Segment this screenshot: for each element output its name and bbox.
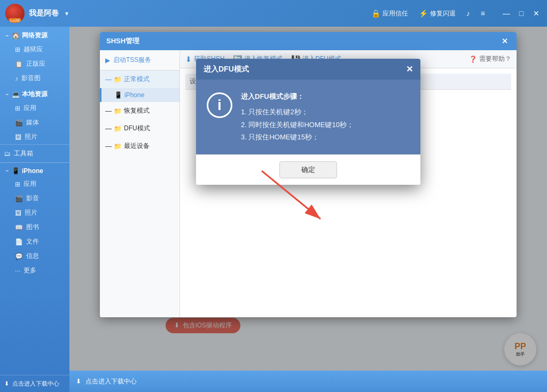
dfu-confirm-button[interactable]: 确定: [279, 161, 337, 178]
iphone-files-label: 文件: [26, 237, 39, 246]
iphone-books-label: 图书: [26, 223, 39, 232]
local-apps-label: 应用: [24, 104, 36, 113]
music-icon: ♪: [466, 9, 470, 18]
sidebar-item-media[interactable]: ♪ 影音图: [0, 71, 69, 85]
sidebar-item-toolbox[interactable]: 🗂 工具箱: [0, 144, 69, 162]
trust-label: 应用信任: [382, 9, 408, 18]
music-button[interactable]: ♪: [466, 9, 470, 18]
dfu-modal-header: 进入DFU模式 ✕: [196, 59, 420, 80]
repair-button[interactable]: ⚡ 修复闪退: [419, 9, 456, 18]
minimize-button[interactable]: —: [501, 9, 512, 18]
trust-button[interactable]: 🔒 应用信任: [371, 9, 408, 18]
sidebar-item-iphone-more[interactable]: ··· 更多: [0, 263, 69, 278]
download-bar-icon: ⬇: [76, 378, 81, 385]
local-photos-icon: 🖼: [15, 134, 21, 141]
dfu-modal-body: i 进入DFU模式步骤： 1. 只按住关机键2秒； 2. 同时按住关机键和HOM…: [196, 80, 420, 154]
sidebar-item-iphone-files[interactable]: 📄 文件: [0, 234, 69, 249]
modal-overlay: SHSH管理 ✕ ▶ 启动TSS服务 —: [69, 27, 547, 371]
sidebar-item-local-photos[interactable]: 🖼 照片: [0, 130, 69, 144]
sidebar-item-official[interactable]: 📋 正版应: [0, 57, 69, 71]
sidebar-item-iphone-books[interactable]: 📖 图书: [0, 220, 69, 234]
official-icon: 📋: [15, 60, 23, 68]
local-apps-icon: ⊞: [15, 105, 20, 112]
toolbox-icon: 🗂: [4, 150, 11, 158]
download-bar[interactable]: ⬇ 点击进入下载中心: [69, 371, 547, 392]
user-dropdown-arrow[interactable]: ▼: [64, 11, 69, 17]
maximize-button[interactable]: □: [516, 9, 527, 18]
sidebar-section-iphone[interactable]: － 📱 iPhone: [0, 163, 69, 177]
iphone-media-icon: 🎬: [15, 195, 23, 202]
iphone-apps-label: 应用: [24, 179, 36, 189]
sidebar-item-jail[interactable]: ⊞ 越狱应: [0, 42, 69, 57]
info-icon: i: [207, 92, 232, 118]
menu-button[interactable]: ≡: [481, 9, 485, 18]
dfu-step-1: 1. 只按住关机键2秒；: [241, 106, 354, 118]
sidebar: － 🏠 网络资源 ⊞ 越狱应 📋 正版应 ♪ 影音图 － 💻 本地资源: [0, 27, 69, 392]
media-label: 影音图: [21, 74, 41, 83]
local-media-label: 媒体: [26, 118, 39, 127]
iphone-section: － 📱 iPhone ⊞ 应用 🎬 影音 🖼 照片 📖: [0, 162, 69, 278]
sidebar-download-link[interactable]: ⬇ 点击进入下载中心: [0, 375, 69, 392]
local-media-icon: 🎬: [15, 119, 23, 127]
dfu-modal-footer: 确定: [196, 154, 420, 185]
toolbox-label: 工具箱: [14, 149, 33, 158]
app-window: Lv26 我是阿卷 ▼ 🔒 应用信任 ⚡ 修复闪退 ♪ ≡ — □ ✕: [0, 0, 547, 392]
download-icon: ⬇: [4, 380, 9, 387]
dfu-step-3: 3. 只按住HOME键15秒；: [241, 131, 354, 143]
main-content: www.hackhome.com www.hackhome.com PP 助手 …: [69, 27, 547, 392]
sidebar-item-iphone-apps[interactable]: ⊞ 应用: [0, 177, 69, 191]
download-bar-label: 点击进入下载中心: [85, 377, 137, 386]
iphone-files-icon: 📄: [15, 238, 23, 246]
lv-badge: Lv26: [9, 18, 21, 23]
minus-network-icon: －: [4, 32, 10, 40]
iphone-section-label: iPhone: [22, 167, 43, 175]
content-area: － 🏠 网络资源 ⊞ 越狱应 📋 正版应 ♪ 影音图 － 💻 本地资源: [0, 27, 547, 392]
sidebar-download-label: 点击进入下载中心: [12, 380, 59, 388]
local-photos-label: 照片: [25, 132, 37, 142]
jail-icon: ⊞: [15, 46, 20, 53]
menu-icon: ≡: [481, 9, 485, 18]
home-icon: 🏠: [12, 32, 20, 40]
media-icon: ♪: [15, 75, 18, 82]
main-body: SHSH管理 ✕ ▶ 启动TSS服务 —: [69, 27, 547, 371]
dfu-step-2: 2. 同时按住关机键和HOME键10秒；: [241, 119, 354, 131]
dfu-modal: 进入DFU模式 ✕ i 进入DFU模式步骤： 1. 只按住关机键2秒； 2. 同…: [196, 59, 420, 185]
network-label: 网络资源: [22, 31, 48, 40]
dfu-modal-wrapper: 进入DFU模式 ✕ i 进入DFU模式步骤： 1. 只按住关机键2秒； 2. 同…: [100, 32, 517, 317]
sidebar-item-iphone-media[interactable]: 🎬 影音: [0, 191, 69, 206]
title-bar-right: 🔒 应用信任 ⚡ 修复闪退 ♪ ≡ — □ ✕: [371, 9, 542, 18]
avatar: Lv26: [5, 4, 25, 23]
sidebar-item-local-media[interactable]: 🎬 媒体: [0, 115, 69, 130]
iphone-sms-icon: 💬: [15, 253, 23, 260]
minus-local-icon: －: [4, 91, 10, 98]
computer-icon: 💻: [12, 91, 20, 98]
minus-iphone-icon: －: [4, 167, 10, 175]
window-controls: — □ ✕: [501, 9, 542, 18]
repair-label: 修复闪退: [430, 9, 456, 18]
iphone-books-icon: 📖: [15, 224, 23, 231]
iphone-photos-label: 照片: [25, 208, 37, 217]
iphone-section-icon: 📱: [12, 167, 20, 175]
sidebar-item-iphone-sms[interactable]: 💬 信息: [0, 249, 69, 263]
user-name: 我是阿卷: [29, 9, 59, 18]
iphone-more-label: 更多: [24, 266, 36, 275]
iphone-sms-label: 信息: [26, 252, 39, 261]
iphone-media-label: 影音: [26, 194, 39, 203]
dfu-modal-title: 进入DFU模式: [204, 65, 249, 74]
lightning-icon: ⚡: [419, 9, 428, 18]
sidebar-section-local[interactable]: － 💻 本地资源: [0, 85, 69, 101]
dfu-steps-title: 进入DFU模式步骤：: [241, 90, 354, 103]
iphone-more-icon: ···: [15, 267, 20, 275]
jail-label: 越狱应: [24, 45, 43, 54]
dfu-modal-close-button[interactable]: ✕: [406, 64, 413, 74]
iphone-apps-icon: ⊞: [15, 181, 20, 188]
sidebar-section-network[interactable]: － 🏠 网络资源: [0, 27, 69, 42]
sidebar-item-iphone-photos[interactable]: 🖼 照片: [0, 206, 69, 220]
title-bar-left: Lv26 我是阿卷 ▼: [5, 4, 69, 23]
dfu-steps: 进入DFU模式步骤： 1. 只按住关机键2秒； 2. 同时按住关机键和HOME键…: [241, 90, 354, 144]
sidebar-item-local-apps[interactable]: ⊞ 应用: [0, 101, 69, 115]
official-label: 正版应: [26, 59, 45, 68]
close-button[interactable]: ✕: [531, 9, 542, 18]
shsh-dialog: SHSH管理 ✕ ▶ 启动TSS服务 —: [100, 32, 517, 317]
lock-icon: 🔒: [371, 9, 380, 18]
